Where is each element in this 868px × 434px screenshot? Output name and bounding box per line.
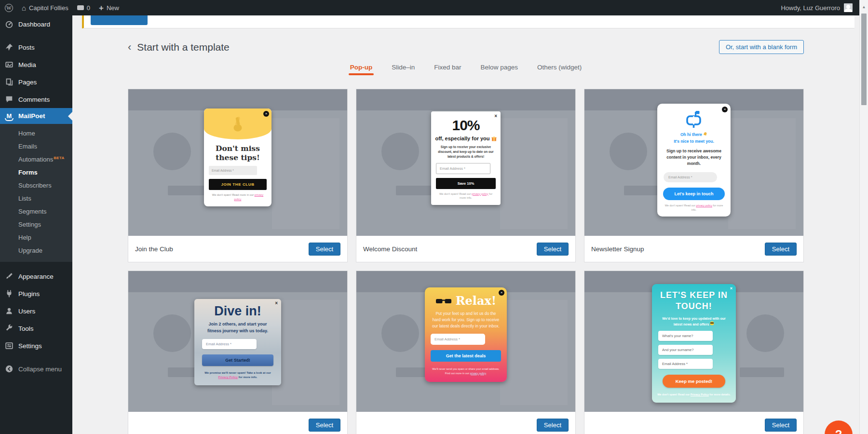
cool-face-icon bbox=[710, 321, 714, 326]
submenu-item-upgrade[interactable]: Upgrade bbox=[0, 244, 72, 257]
email-input[interactable] bbox=[202, 339, 257, 349]
close-icon[interactable]: × bbox=[263, 111, 269, 117]
privacy-policy-link[interactable]: Privacy Policy bbox=[691, 393, 709, 396]
new-content-menu[interactable]: + New bbox=[99, 4, 119, 12]
gift-icon bbox=[491, 136, 497, 141]
select-button[interactable]: Select bbox=[765, 419, 797, 432]
privacy-policy-link[interactable]: privacy policy bbox=[470, 372, 486, 375]
surname-input[interactable] bbox=[658, 345, 713, 355]
card-footer: Select bbox=[356, 412, 575, 434]
template-type-tabs: Pop-up Slide–in Fixed bar Below pages Ot… bbox=[128, 64, 804, 75]
template-card-dive-in: × Dive in! Join 2 others, and start your… bbox=[128, 271, 348, 434]
avatar[interactable] bbox=[844, 3, 853, 12]
popup-submit-button[interactable]: Let's keep in touch bbox=[663, 188, 725, 200]
tab-popup[interactable]: Pop-up bbox=[350, 64, 373, 75]
popup-submit-button[interactable]: Save 10% bbox=[436, 178, 496, 189]
email-input[interactable] bbox=[431, 334, 485, 345]
sidebar-item-media[interactable]: Media bbox=[0, 56, 72, 73]
sidebar-item-plugins[interactable]: Plugins bbox=[0, 285, 72, 302]
submenu-item-subscribers[interactable]: Subscribers bbox=[0, 179, 72, 192]
tab-below-pages[interactable]: Below pages bbox=[481, 64, 518, 75]
email-input[interactable] bbox=[658, 359, 713, 369]
sidebar-item-pages[interactable]: Pages bbox=[0, 73, 72, 91]
sidebar-item-dashboard[interactable]: Dashboard bbox=[0, 15, 72, 33]
submenu-item-settings[interactable]: Settings bbox=[0, 218, 72, 231]
privacy-policy-link[interactable]: privacy policy bbox=[696, 204, 712, 207]
submenu-item-help[interactable]: Help bbox=[0, 231, 72, 244]
comments-icon bbox=[5, 95, 14, 104]
close-icon[interactable]: × bbox=[494, 114, 497, 119]
comment-count: 0 bbox=[87, 4, 90, 12]
tab-fixed-bar[interactable]: Fixed bar bbox=[434, 64, 461, 75]
notice-action-button[interactable] bbox=[91, 15, 148, 25]
scrollbar[interactable]: ▲ bbox=[859, 0, 868, 434]
first-name-input[interactable] bbox=[658, 331, 713, 341]
tab-slide-in[interactable]: Slide–in bbox=[392, 64, 415, 75]
popup-greeting: Oh hi there It's nice to meet you. bbox=[657, 132, 731, 145]
wordpress-logo-icon[interactable]: W bbox=[5, 4, 13, 12]
privacy-policy-link[interactable]: privacy policy bbox=[472, 192, 488, 195]
template-preview: × 10% off, especially for you Sign up to… bbox=[356, 89, 575, 236]
card-footer: Select bbox=[584, 412, 803, 434]
popup-submit-button[interactable]: Get Started! bbox=[202, 354, 273, 366]
comment-bubble-icon bbox=[77, 5, 84, 10]
sidebar-item-appearance[interactable]: Appearance bbox=[0, 268, 72, 285]
popup-disclaimer: We don't spam! Read our privacy policy f… bbox=[438, 192, 494, 200]
submenu-item-forms[interactable]: Forms bbox=[0, 166, 72, 179]
submenu-item-lists[interactable]: Lists bbox=[0, 192, 72, 205]
close-icon[interactable]: × bbox=[730, 286, 732, 291]
site-name-link[interactable]: ⌂ Capitol Follies bbox=[22, 4, 68, 12]
select-button[interactable]: Select bbox=[309, 419, 340, 432]
sidebar-item-comments[interactable]: Comments bbox=[0, 91, 72, 108]
sidebar-item-mailpoet[interactable]: M MailPoet bbox=[0, 108, 72, 124]
mock-page-header bbox=[128, 271, 347, 292]
popup-submit-button[interactable]: Keep me posted! bbox=[663, 375, 725, 388]
select-button[interactable]: Select bbox=[537, 419, 569, 432]
email-input[interactable] bbox=[664, 172, 717, 182]
template-card-lets-keep-in-touch: × LET'S KEEP IN TOUCH! We'd love to keep… bbox=[584, 271, 804, 434]
popup-newsletter-signup: × Oh hi there It's nice to m bbox=[657, 104, 731, 217]
popup-body: Put your feet up and let us do the hard … bbox=[431, 311, 501, 329]
scroll-up-arrow-icon[interactable]: ▲ bbox=[860, 5, 868, 9]
close-icon[interactable]: × bbox=[499, 290, 504, 296]
email-input[interactable] bbox=[209, 166, 257, 175]
select-button[interactable]: Select bbox=[537, 243, 569, 256]
collapse-menu-button[interactable]: Collapse menu bbox=[0, 360, 72, 378]
popup-heading: Relax! bbox=[456, 295, 497, 307]
back-chevron-icon[interactable]: ‹ bbox=[128, 42, 131, 53]
blank-form-button[interactable]: Or, start with a blank form bbox=[719, 40, 804, 54]
close-icon[interactable]: × bbox=[722, 107, 728, 112]
scrollbar-thumb[interactable] bbox=[861, 14, 867, 105]
submenu-item-segments[interactable]: Segments bbox=[0, 205, 72, 218]
submenu-item-automations[interactable]: AutomationsBETA bbox=[0, 153, 72, 166]
howdy-account-link[interactable]: Howdy, Luz Guerroro bbox=[781, 4, 840, 12]
new-label: New bbox=[107, 4, 119, 12]
appearance-icon bbox=[5, 272, 14, 281]
admin-bar: W ⌂ Capitol Follies 0 + New Howdy, Luz G… bbox=[0, 0, 859, 15]
email-input[interactable] bbox=[436, 163, 490, 174]
template-card-join-the-club: × Don't miss these tips! JOIN THE CLUB W… bbox=[128, 89, 348, 262]
popup-disclaimer: We don't spam! Read our Privacy Policy f… bbox=[657, 393, 731, 396]
sidebar-item-settings[interactable]: Settings bbox=[0, 337, 72, 354]
popup-body: Sign up to receive your exclusive discou… bbox=[437, 145, 494, 160]
submenu-item-home[interactable]: Home bbox=[0, 127, 72, 140]
sidebar-item-tools[interactable]: Tools bbox=[0, 320, 72, 337]
tab-others-widget[interactable]: Others (widget) bbox=[537, 64, 582, 75]
select-button[interactable]: Select bbox=[309, 243, 340, 256]
close-icon[interactable]: × bbox=[275, 301, 278, 306]
popup-submit-button[interactable]: JOIN THE CLUB bbox=[209, 179, 267, 190]
select-button[interactable]: Select bbox=[765, 243, 797, 256]
privacy-policy-link[interactable]: Privacy Policy bbox=[218, 376, 238, 379]
sidebar-item-users[interactable]: Users bbox=[0, 302, 72, 320]
comments-shortcut[interactable]: 0 bbox=[77, 4, 90, 12]
submenu-item-emails[interactable]: Emails bbox=[0, 140, 72, 153]
sidebar-item-posts[interactable]: Posts bbox=[0, 39, 72, 56]
crossed-fingers-icon bbox=[230, 116, 245, 132]
mock-page-header bbox=[128, 89, 347, 110]
popup-body: We'd love to keep you updated with our l… bbox=[659, 316, 729, 327]
page-title: ‹ Start with a template bbox=[128, 41, 230, 53]
pushpin-icon bbox=[5, 43, 14, 52]
settings-icon bbox=[5, 341, 14, 350]
popup-submit-button[interactable]: Get the latest deals bbox=[431, 350, 501, 362]
popup-yellow-header bbox=[204, 108, 271, 139]
